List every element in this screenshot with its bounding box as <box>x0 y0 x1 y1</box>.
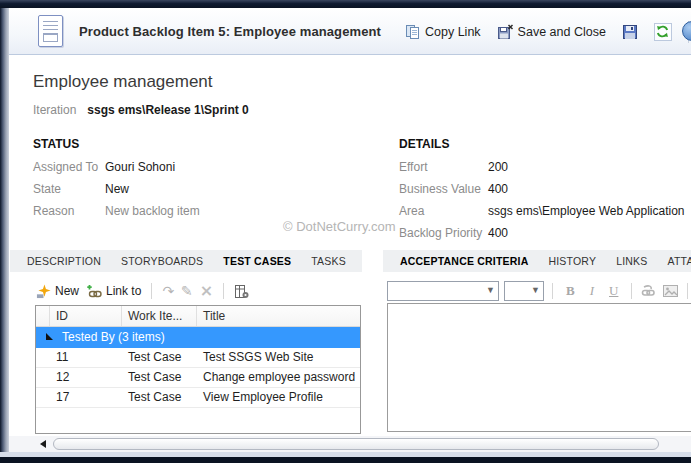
field-label: Area <box>399 204 488 218</box>
new-button-label: New <box>55 284 79 298</box>
tab[interactable]: ATTACHMENTS <box>658 250 691 272</box>
window-frame-bottom <box>0 457 691 463</box>
save-and-close-icon <box>497 24 514 40</box>
status-field-row[interactable]: State New <box>33 182 363 204</box>
status-heading: STATUS <box>33 137 363 151</box>
scroll-left-arrow-icon[interactable] <box>40 440 46 448</box>
tab[interactable]: DESCRIPTION <box>17 250 111 272</box>
insert-image-icon[interactable] <box>662 284 679 298</box>
tab[interactable]: ACCEPTANCE CRITERIA <box>390 250 538 272</box>
row-icon-cell <box>36 348 50 367</box>
iteration-label: Iteration <box>33 103 84 117</box>
details-section: DETAILS Effort 200 Business Value 400 Ar… <box>399 137 691 248</box>
acceptance-criteria-editor[interactable] <box>387 303 691 432</box>
delete-link-icon[interactable]: × <box>200 284 213 298</box>
horizontal-scrollbar <box>9 436 691 452</box>
header-toolbar: Copy Link Save and Close <box>405 8 689 55</box>
new-button[interactable]: New <box>36 284 79 299</box>
field-label: Effort <box>399 160 488 174</box>
test-cases-grid: ID Work Ite... Title Tested By (3 items)… <box>35 305 361 434</box>
field-value: 200 <box>488 160 508 174</box>
field-label: Reason <box>33 204 105 218</box>
scrollbar-thumb[interactable] <box>53 438 659 450</box>
grid-group-row-tested-by[interactable]: Tested By (3 items) <box>36 327 360 348</box>
save-and-close-button[interactable]: Save and Close <box>497 24 606 40</box>
copy-link-label: Copy Link <box>425 25 481 39</box>
grid-body: 11 Test Case Test SSGS Web Site 12 Test … <box>36 348 360 408</box>
work-item-title: Product Backlog Item 5: Employee managem… <box>79 8 381 55</box>
refresh-button[interactable] <box>654 23 672 41</box>
save-icon <box>622 24 638 40</box>
underline-button[interactable]: U <box>604 283 623 299</box>
new-item-icon <box>36 284 51 299</box>
row-type-cell: Test Case <box>122 368 197 387</box>
grid-header-work-item-type[interactable]: Work Ite... <box>122 306 197 326</box>
table-row[interactable]: 17 Test Case View Employee Profile <box>36 388 360 408</box>
row-type-cell: Test Case <box>122 348 197 367</box>
row-title-cell: View Employee Profile <box>197 388 360 407</box>
status-fields: Assigned To Gouri Sohoni State New Reaso… <box>33 160 363 226</box>
details-field-row[interactable]: Business Value 400 <box>399 182 691 204</box>
font-size-combobox[interactable]: ▼ <box>504 281 544 301</box>
watermark: © DotNetCurry.com <box>283 219 396 234</box>
row-id-cell: 11 <box>50 348 122 367</box>
italic-button[interactable]: I <box>585 283 599 299</box>
tab[interactable]: STORYBOARDS <box>111 250 213 272</box>
bold-button[interactable]: B <box>561 283 580 299</box>
tab[interactable]: TASKS <box>301 250 356 272</box>
iteration-field[interactable]: Iteration ssgs ems\Release 1\Sprint 0 <box>33 103 249 117</box>
details-fields: Effort 200 Business Value 400 Area ssgs … <box>399 160 691 248</box>
link-to-button[interactable]: Link to <box>86 284 141 299</box>
right-tabstrip: ACCEPTANCE CRITERIA HISTORY LINKS ATTACH… <box>383 250 691 272</box>
row-icon-cell <box>36 388 50 407</box>
toolbar-separator <box>631 283 632 299</box>
field-label: State <box>33 182 105 196</box>
font-family-combobox[interactable]: ▼ <box>387 281 499 301</box>
work-item-header: Product Backlog Item 5: Employee managem… <box>9 8 691 55</box>
tab[interactable]: LINKS <box>606 250 657 272</box>
group-expanded-icon[interactable] <box>46 333 53 340</box>
insert-link-icon[interactable] <box>640 284 657 298</box>
window-frame-left <box>0 8 9 452</box>
field-label: Assigned To <box>33 160 105 174</box>
details-field-row[interactable]: Effort 200 <box>399 160 691 182</box>
status-section: STATUS Assigned To Gouri Sohoni State Ne… <box>33 137 363 226</box>
work-item-window: Product Backlog Item 5: Employee managem… <box>0 0 691 463</box>
open-item-icon[interactable]: ↷ <box>162 284 174 298</box>
row-id-cell: 17 <box>50 388 122 407</box>
copy-link-icon <box>405 24 421 40</box>
copy-link-button[interactable]: Copy Link <box>405 24 481 40</box>
table-row[interactable]: 11 Test Case Test SSGS Web Site <box>36 348 360 368</box>
work-item-document-icon <box>38 15 63 47</box>
field-value: ssgs ems\Employee Web Application <box>488 204 685 218</box>
details-field-row[interactable]: Area ssgs ems\Employee Web Application <box>399 204 691 226</box>
tab[interactable]: HISTORY <box>538 250 606 272</box>
row-title-cell: Change employee password <box>197 368 360 387</box>
field-value: New <box>105 182 129 196</box>
link-to-button-label: Link to <box>106 284 141 298</box>
row-id-cell: 12 <box>50 368 122 387</box>
grid-header-title[interactable]: Title <box>197 306 360 326</box>
save-and-close-label: Save and Close <box>518 25 606 39</box>
field-value: 400 <box>488 182 508 196</box>
tab[interactable]: TEST CASES <box>213 250 301 272</box>
row-title-cell: Test SSGS Web Site <box>197 348 360 367</box>
table-row[interactable]: 12 Test Case Change employee password <box>36 368 360 388</box>
field-label: Backlog Priority <box>399 226 488 240</box>
grid-header-row: ID Work Ite... Title <box>36 306 360 327</box>
status-field-row[interactable]: Assigned To Gouri Sohoni <box>33 160 363 182</box>
test-cases-toolbar: New Link to ↷ ✎ × <box>36 280 249 302</box>
column-options-icon[interactable] <box>234 284 249 299</box>
toolbar-separator <box>151 283 152 299</box>
details-field-row[interactable]: Backlog Priority 400 <box>399 226 691 248</box>
save-button[interactable] <box>622 24 638 40</box>
field-value: Gouri Sohoni <box>105 160 175 174</box>
details-heading: DETAILS <box>399 137 691 151</box>
edit-pencil-icon[interactable]: ✎ <box>181 284 193 298</box>
grid-header-id[interactable]: ID <box>50 306 122 326</box>
grid-header-icon-column[interactable] <box>36 306 50 326</box>
work-item-name-heading: Employee management <box>33 72 213 92</box>
row-icon-cell <box>36 368 50 387</box>
group-row-label: Tested By (3 items) <box>62 327 165 348</box>
chevron-down-icon: ▼ <box>486 285 495 295</box>
